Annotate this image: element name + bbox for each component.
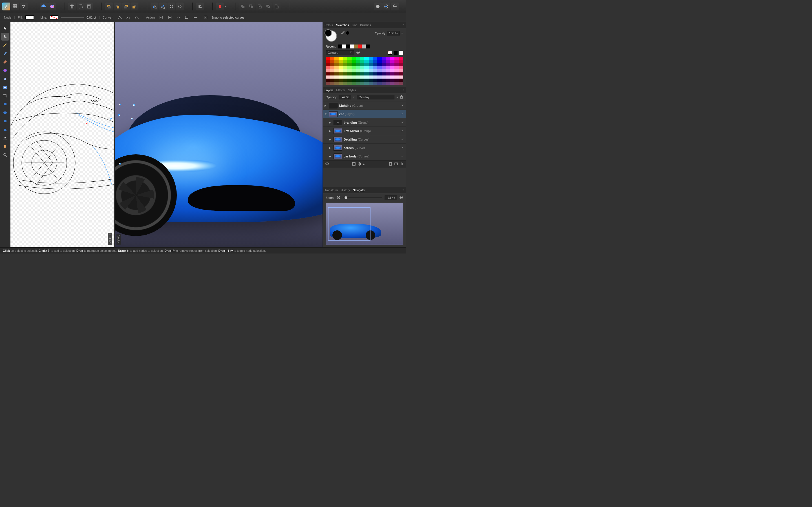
recent-swatch[interactable] bbox=[366, 45, 370, 48]
rotate-cw-icon[interactable] bbox=[176, 3, 184, 10]
swatch-cell[interactable] bbox=[360, 69, 364, 72]
chevron-updown-icon[interactable]: ⇕ bbox=[396, 96, 398, 99]
swatch-cell[interactable] bbox=[390, 72, 395, 75]
swatch-cell[interactable] bbox=[386, 82, 390, 85]
swatch-cell[interactable] bbox=[343, 78, 347, 82]
swatch-cell[interactable] bbox=[330, 63, 334, 66]
swatch-cell[interactable] bbox=[330, 82, 334, 85]
swatch-cell[interactable] bbox=[347, 78, 351, 82]
swatch-cell[interactable] bbox=[356, 69, 360, 72]
vector-split-label[interactable]: Vector bbox=[116, 234, 121, 245]
zoom-out-icon[interactable] bbox=[337, 195, 341, 200]
rotate-ccw-icon[interactable] bbox=[167, 3, 175, 10]
palette-icon[interactable] bbox=[48, 3, 56, 10]
swatch-cell[interactable] bbox=[373, 66, 377, 69]
transparency-tool-icon[interactable] bbox=[1, 75, 9, 83]
swatch-cell[interactable] bbox=[343, 57, 347, 60]
swatch-cell[interactable] bbox=[339, 60, 343, 63]
swatch-cell[interactable] bbox=[347, 69, 351, 72]
swatch-cell[interactable] bbox=[399, 82, 403, 85]
swatch-cell[interactable] bbox=[352, 75, 356, 78]
panel-menu-icon[interactable]: ≡ bbox=[403, 188, 404, 192]
swatch-cell[interactable] bbox=[356, 82, 360, 85]
snap-checkbox[interactable] bbox=[204, 16, 207, 19]
layer-row[interactable]: ▼car (Layer)✓ bbox=[323, 110, 406, 118]
blend-mode-select[interactable]: Overlay bbox=[357, 95, 395, 100]
clipboard-icon[interactable] bbox=[389, 162, 393, 166]
none-swatch[interactable] bbox=[388, 51, 392, 55]
crop-tool-icon[interactable] bbox=[1, 92, 9, 100]
disclosure-icon[interactable]: ▶ bbox=[329, 129, 332, 132]
swatch-cell[interactable] bbox=[360, 75, 364, 78]
visibility-checkbox[interactable]: ✓ bbox=[401, 146, 404, 150]
swatch-cell[interactable] bbox=[395, 75, 399, 78]
swatch-cell[interactable] bbox=[339, 78, 343, 82]
swatch-cell[interactable] bbox=[356, 66, 360, 69]
swatch-cell[interactable] bbox=[364, 72, 368, 75]
disclosure-icon[interactable]: ▶ bbox=[324, 104, 327, 107]
swatch-cell[interactable] bbox=[364, 75, 368, 78]
swatch-cell[interactable] bbox=[364, 63, 368, 66]
smooth-curve-icon[interactable] bbox=[175, 15, 181, 20]
swatch-cell[interactable] bbox=[330, 66, 334, 69]
disclosure-icon[interactable]: ▼ bbox=[324, 113, 327, 115]
zoom-tool-icon[interactable] bbox=[1, 151, 9, 159]
swatch-cell[interactable] bbox=[377, 63, 382, 66]
swatch-cell[interactable] bbox=[335, 63, 339, 66]
swatch-cell[interactable] bbox=[399, 78, 403, 82]
swatch-cell[interactable] bbox=[347, 66, 351, 69]
swatch-cell[interactable] bbox=[330, 75, 334, 78]
swatch-cell[interactable] bbox=[347, 57, 351, 60]
swatch-cell[interactable] bbox=[390, 75, 395, 78]
visibility-checkbox[interactable]: ✓ bbox=[401, 154, 404, 158]
rendered-viewport[interactable]: △ Vector bbox=[115, 22, 322, 247]
swatch-cell[interactable] bbox=[382, 60, 386, 63]
layer-row[interactable]: ▶△branding (Group)✓ bbox=[323, 118, 406, 127]
swatch-cell[interactable] bbox=[356, 78, 360, 82]
reverse-curve-icon[interactable] bbox=[192, 15, 198, 20]
swatch-cell[interactable] bbox=[395, 66, 399, 69]
break-curve-icon[interactable] bbox=[158, 15, 164, 20]
zoom-in-icon[interactable] bbox=[399, 195, 403, 200]
swatch-cell[interactable] bbox=[326, 66, 330, 69]
swatch-cell[interactable] bbox=[335, 66, 339, 69]
swatch-cell[interactable] bbox=[386, 78, 390, 82]
persona-draw-icon[interactable] bbox=[374, 3, 382, 10]
move-back-icon[interactable] bbox=[105, 3, 113, 10]
zoom-slider[interactable] bbox=[343, 198, 382, 198]
swatch-cell[interactable] bbox=[382, 82, 386, 85]
swatch-cell[interactable] bbox=[369, 69, 373, 72]
move-front-icon[interactable] bbox=[131, 3, 139, 10]
swatch-cell[interactable] bbox=[373, 78, 377, 82]
eyedropper-icon[interactable] bbox=[340, 31, 345, 36]
layer-row[interactable]: ▶car body (Curves)✓ bbox=[323, 152, 406, 161]
swatch-cell[interactable] bbox=[390, 78, 395, 82]
swatch-cell[interactable] bbox=[343, 82, 347, 85]
swatch-cell[interactable] bbox=[390, 60, 395, 63]
swatch-cell[interactable] bbox=[390, 69, 395, 72]
swatch-cell[interactable] bbox=[339, 72, 343, 75]
swatch-cell[interactable] bbox=[373, 75, 377, 78]
fill-swatch[interactable] bbox=[26, 15, 34, 19]
swatch-cell[interactable] bbox=[399, 72, 403, 75]
swatch-cell[interactable] bbox=[395, 78, 399, 82]
swatch-cell[interactable] bbox=[335, 78, 339, 82]
disclosure-icon[interactable]: ▶ bbox=[329, 138, 332, 141]
swatch-cell[interactable] bbox=[356, 63, 360, 66]
flip-horizontal-icon[interactable] bbox=[151, 3, 158, 10]
swatch-cell[interactable] bbox=[364, 78, 368, 82]
swatch-cell[interactable] bbox=[330, 78, 334, 82]
layer-row[interactable]: ▶Detailing (Curves)✓ bbox=[323, 135, 406, 144]
swatch-cell[interactable] bbox=[335, 57, 339, 60]
swatch-cell[interactable] bbox=[364, 60, 368, 63]
disclosure-icon[interactable]: ▶ bbox=[329, 121, 332, 124]
swatch-cell[interactable] bbox=[390, 57, 395, 60]
visibility-checkbox[interactable]: ✓ bbox=[401, 112, 404, 116]
swatch-cell[interactable] bbox=[364, 69, 368, 72]
swatch-cell[interactable] bbox=[343, 66, 347, 69]
swatch-cell[interactable] bbox=[399, 60, 403, 63]
swatch-mode-icon[interactable] bbox=[356, 50, 360, 55]
align-left-icon[interactable] bbox=[196, 3, 204, 10]
pencil-tool-icon[interactable] bbox=[1, 50, 9, 57]
swatch-cell[interactable] bbox=[352, 60, 356, 63]
